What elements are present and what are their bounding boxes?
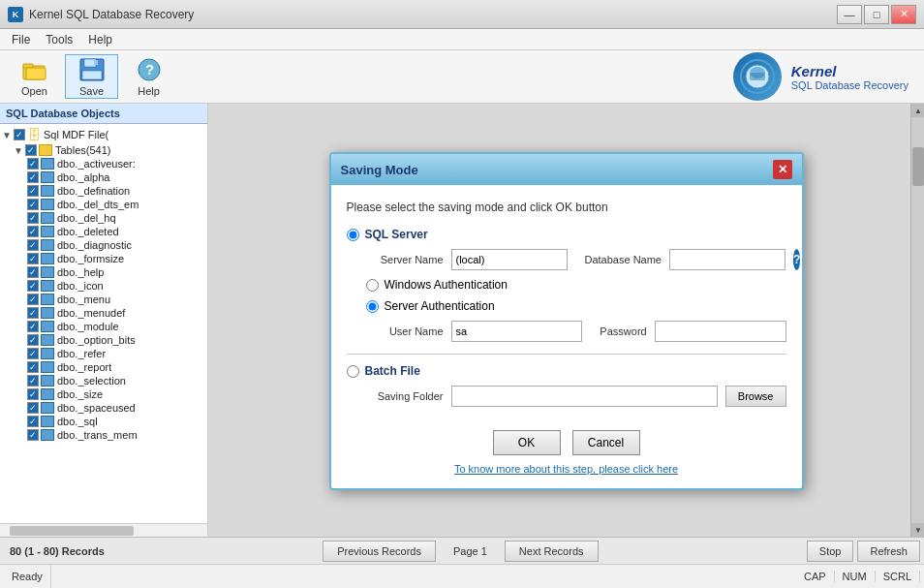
- next-records-button[interactable]: Next Records: [505, 541, 599, 562]
- list-item[interactable]: dbo._del_dts_em: [0, 198, 207, 211]
- list-item[interactable]: dbo._diagnostic: [0, 238, 207, 252]
- list-item[interactable]: dbo._help: [0, 265, 207, 279]
- database-help-button[interactable]: ?: [793, 249, 800, 270]
- item-checkbox[interactable]: [27, 266, 39, 278]
- help-icon: ?: [136, 56, 163, 83]
- tree-area[interactable]: ▼ 🗄 Sql MDF File( ▼ Tables(541) dbo._act…: [0, 124, 207, 523]
- item-checkbox[interactable]: [27, 375, 39, 387]
- tables-checkbox[interactable]: [25, 144, 37, 156]
- menu-help[interactable]: Help: [80, 31, 120, 48]
- dialog-close-button[interactable]: ✕: [773, 160, 792, 179]
- item-checkbox[interactable]: [27, 212, 39, 224]
- save-icon: [78, 56, 106, 83]
- list-item[interactable]: dbo._sql: [0, 415, 207, 428]
- separator: [347, 354, 786, 355]
- root-label: Sql MDF File(: [44, 129, 108, 140]
- item-label: dbo._defination: [57, 185, 130, 197]
- windows-auth-radio[interactable]: [366, 279, 379, 292]
- database-name-input[interactable]: [669, 249, 785, 270]
- save-button[interactable]: Save: [65, 54, 118, 99]
- item-checkbox[interactable]: [27, 348, 39, 359]
- list-item[interactable]: dbo._deleted: [0, 225, 207, 238]
- save-label: Save: [79, 85, 104, 97]
- sql-server-radio[interactable]: [347, 229, 359, 241]
- user-name-input[interactable]: [451, 321, 583, 342]
- item-checkbox[interactable]: [27, 171, 39, 183]
- table-icon: [41, 158, 54, 170]
- refresh-button[interactable]: Refresh: [857, 541, 920, 562]
- help-button[interactable]: ? Help: [122, 54, 175, 99]
- item-checkbox[interactable]: [27, 429, 39, 441]
- list-item[interactable]: dbo._formsize: [0, 252, 207, 265]
- item-checkbox[interactable]: [27, 402, 39, 414]
- item-checkbox[interactable]: [27, 334, 39, 346]
- item-checkbox[interactable]: [27, 158, 39, 170]
- user-pass-row: User Name Password: [366, 321, 786, 342]
- list-item[interactable]: dbo._trans_mem: [0, 428, 207, 442]
- ok-button[interactable]: OK: [493, 430, 561, 455]
- item-checkbox[interactable]: [27, 239, 39, 251]
- scrollbar-thumb: [10, 526, 134, 536]
- close-button[interactable]: ✕: [891, 5, 916, 24]
- item-checkbox[interactable]: [27, 307, 39, 319]
- item-checkbox[interactable]: [27, 199, 39, 210]
- stop-button[interactable]: Stop: [807, 541, 854, 562]
- table-icon: [41, 226, 54, 237]
- table-icon: [41, 361, 54, 373]
- table-icon: [41, 429, 54, 441]
- item-checkbox[interactable]: [27, 416, 39, 427]
- menu-file[interactable]: File: [4, 31, 38, 48]
- list-item[interactable]: dbo._alpha: [0, 170, 207, 184]
- minimize-button[interactable]: —: [837, 5, 862, 24]
- batch-file-section: Batch File Saving Folder Browse: [347, 364, 786, 407]
- list-item[interactable]: dbo._defination: [0, 184, 207, 198]
- records-bar: 80 (1 - 80) Records Previous Records Pag…: [0, 537, 924, 564]
- list-item[interactable]: dbo._spaceused: [0, 401, 207, 415]
- menu-tools[interactable]: Tools: [38, 31, 80, 48]
- list-item[interactable]: dbo._report: [0, 360, 207, 374]
- help-link[interactable]: To know more about this step, please cli…: [454, 463, 678, 475]
- server-name-input[interactable]: [451, 249, 568, 270]
- root-checkbox[interactable]: [14, 129, 25, 140]
- open-button[interactable]: Open: [8, 54, 61, 99]
- status-right: CAP NUM SCRL: [796, 571, 920, 582]
- item-label: dbo._alpha: [57, 171, 109, 183]
- item-checkbox[interactable]: [27, 226, 39, 237]
- table-icon: [41, 212, 54, 224]
- item-checkbox[interactable]: [27, 388, 39, 400]
- open-icon: [21, 56, 48, 83]
- server-auth-radio[interactable]: [366, 300, 379, 313]
- batch-file-radio[interactable]: [347, 365, 359, 378]
- list-item[interactable]: dbo._size: [0, 387, 207, 401]
- item-checkbox[interactable]: [27, 294, 39, 305]
- item-label: dbo._menu: [57, 294, 110, 305]
- item-checkbox[interactable]: [27, 280, 39, 292]
- list-item[interactable]: dbo._selection: [0, 374, 207, 387]
- tree-root[interactable]: ▼ 🗄 Sql MDF File(: [0, 126, 207, 143]
- cancel-button[interactable]: Cancel: [572, 430, 640, 455]
- browse-button[interactable]: Browse: [725, 386, 786, 407]
- list-item[interactable]: dbo._menudef: [0, 306, 207, 320]
- horizontal-scrollbar[interactable]: [0, 523, 207, 537]
- list-item[interactable]: dbo._refer: [0, 347, 207, 360]
- list-item[interactable]: dbo._module: [0, 320, 207, 333]
- previous-records-button[interactable]: Previous Records: [323, 541, 436, 562]
- item-label: dbo._sql: [57, 416, 98, 427]
- saving-folder-input[interactable]: [451, 386, 718, 407]
- item-checkbox[interactable]: [27, 361, 39, 373]
- svg-rect-12: [750, 73, 765, 80]
- password-input[interactable]: [655, 321, 786, 342]
- item-checkbox[interactable]: [27, 253, 39, 264]
- toolbar: Open Save ? Help: [0, 50, 924, 104]
- item-checkbox[interactable]: [27, 185, 39, 197]
- brand-area: Kernel SQL Database Recovery: [733, 52, 916, 101]
- list-item[interactable]: dbo._icon: [0, 279, 207, 293]
- list-item[interactable]: dbo._del_hq: [0, 211, 207, 225]
- list-item[interactable]: dbo._option_bits: [0, 333, 207, 347]
- item-checkbox[interactable]: [27, 321, 39, 332]
- maximize-button[interactable]: □: [864, 5, 889, 24]
- tables-item[interactable]: ▼ Tables(541): [0, 143, 207, 157]
- list-item[interactable]: dbo._activeuser:: [0, 157, 207, 170]
- list-item[interactable]: dbo._menu: [0, 293, 207, 306]
- window-controls: — □ ✕: [837, 5, 916, 24]
